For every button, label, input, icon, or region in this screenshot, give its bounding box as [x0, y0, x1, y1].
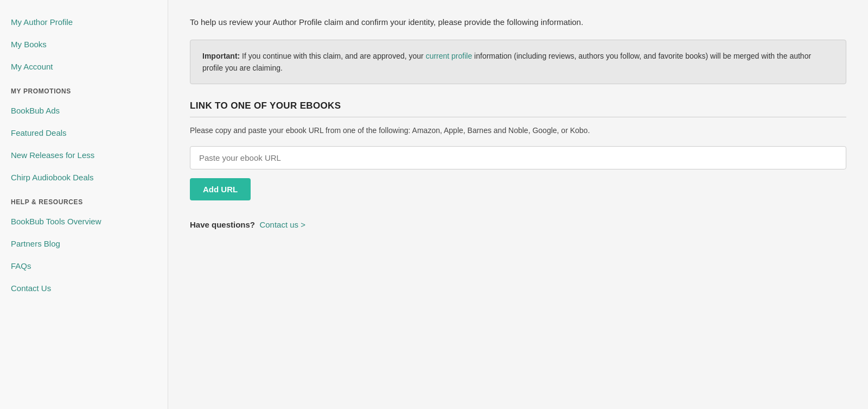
section-title: LINK TO ONE OF YOUR EBOOKS	[190, 100, 846, 111]
intro-text: To help us review your Author Profile cl…	[190, 16, 846, 29]
important-body-text: If you continue with this claim, and are…	[240, 52, 425, 60]
main-content: To help us review your Author Profile cl…	[168, 0, 868, 409]
sidebar-item-partners-blog[interactable]: Partners Blog	[0, 232, 168, 255]
sidebar-item-faqs[interactable]: FAQs	[0, 255, 168, 277]
section-description: Please copy and paste your ebook URL fro…	[190, 125, 846, 136]
sidebar-item-new-releases-for-less[interactable]: New Releases for Less	[0, 144, 168, 166]
sidebar-item-my-account[interactable]: My Account	[0, 55, 168, 78]
sidebar-item-bookbub-tools-overview[interactable]: BookBub Tools Overview	[0, 210, 168, 232]
sidebar-item-my-books[interactable]: My Books	[0, 33, 168, 55]
sidebar: My Author Profile My Books My Account MY…	[0, 0, 168, 409]
contact-us-link[interactable]: Contact us >	[259, 220, 305, 229]
promotions-section-header: MY PROMOTIONS	[0, 78, 168, 99]
questions-prefix: Have questions?	[190, 220, 255, 229]
sidebar-item-contact-us[interactable]: Contact Us	[0, 277, 168, 299]
important-bold: Important:	[202, 52, 240, 60]
sidebar-item-bookbub-ads[interactable]: BookBub Ads	[0, 99, 168, 122]
sidebar-item-chirp-audiobook-deals[interactable]: Chirp Audiobook Deals	[0, 166, 168, 188]
ebook-url-input[interactable]	[190, 146, 846, 169]
section-divider	[190, 117, 846, 117]
sidebar-item-featured-deals[interactable]: Featured Deals	[0, 122, 168, 144]
important-box: Important: If you continue with this cla…	[190, 40, 846, 85]
help-section-header: HELP & RESOURCES	[0, 188, 168, 210]
current-profile-link[interactable]: current profile	[426, 52, 473, 60]
sidebar-item-my-author-profile[interactable]: My Author Profile	[0, 11, 168, 33]
questions-row: Have questions? Contact us >	[190, 220, 846, 229]
add-url-button[interactable]: Add URL	[190, 178, 251, 200]
